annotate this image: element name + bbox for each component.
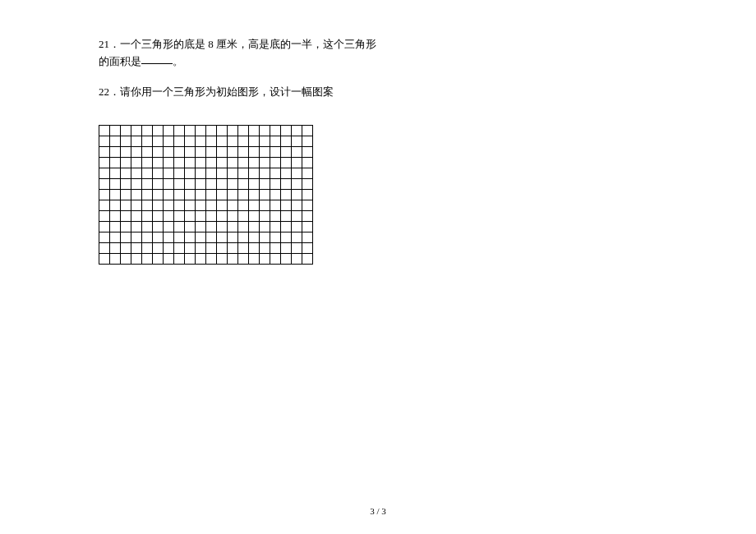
- grid-cell: [302, 222, 313, 232]
- grid-cell: [110, 254, 121, 265]
- grid-cell: [292, 232, 302, 243]
- grid-cell: [249, 200, 260, 211]
- grid-cell: [217, 168, 228, 179]
- grid-cell: [238, 126, 249, 136]
- grid-cell: [174, 222, 185, 232]
- grid-cell: [292, 158, 302, 168]
- grid-cell: [185, 158, 196, 168]
- grid-cell: [228, 243, 238, 254]
- grid-cell: [249, 126, 260, 136]
- grid-cell: [185, 232, 196, 243]
- grid-cell: [121, 136, 131, 147]
- grid-cell: [164, 158, 174, 168]
- grid-cell: [238, 147, 249, 158]
- grid-cell: [110, 179, 121, 190]
- grid-cell: [153, 232, 164, 243]
- grid-cell: [228, 254, 238, 265]
- grid-cell: [260, 254, 270, 265]
- grid-cell: [153, 147, 164, 158]
- grid-cell: [196, 136, 206, 147]
- grid-cell: [206, 168, 217, 179]
- grid-cell: [260, 158, 270, 168]
- grid-cell: [238, 254, 249, 265]
- grid-cell: [228, 232, 238, 243]
- grid-cell: [174, 211, 185, 222]
- grid-cell: [174, 254, 185, 265]
- grid-cell: [270, 254, 281, 265]
- grid-cell: [110, 222, 121, 232]
- grid-cell: [238, 136, 249, 147]
- grid-cell: [153, 211, 164, 222]
- grid-cell: [270, 136, 281, 147]
- grid-cell: [292, 168, 302, 179]
- grid-cell: [228, 126, 238, 136]
- grid-cell: [249, 136, 260, 147]
- grid-cell: [131, 136, 142, 147]
- grid-cell: [249, 179, 260, 190]
- grid-cell: [228, 200, 238, 211]
- grid-cell: [302, 200, 313, 211]
- grid-cell: [281, 211, 292, 222]
- grid-cell: [142, 136, 153, 147]
- grid-cell: [185, 147, 196, 158]
- question-21-text-after: 。: [173, 55, 183, 67]
- grid-cell: [281, 126, 292, 136]
- grid-cell: [153, 254, 164, 265]
- grid-cell: [238, 232, 249, 243]
- grid-cell: [217, 147, 228, 158]
- grid-cell: [174, 200, 185, 211]
- grid-cell: [302, 136, 313, 147]
- grid-cell: [217, 136, 228, 147]
- grid-cell: [131, 158, 142, 168]
- grid-cell: [302, 168, 313, 179]
- grid-cell: [99, 136, 110, 147]
- grid-cell: [174, 158, 185, 168]
- grid-cell: [164, 200, 174, 211]
- grid-cell: [185, 243, 196, 254]
- grid-container: [99, 125, 657, 265]
- grid-cell: [142, 126, 153, 136]
- grid-cell: [249, 254, 260, 265]
- grid-cell: [185, 200, 196, 211]
- grid-cell: [185, 222, 196, 232]
- page-footer: 3 / 3: [0, 506, 756, 516]
- grid-cell: [302, 211, 313, 222]
- grid-cell: [302, 158, 313, 168]
- grid-cell: [131, 168, 142, 179]
- grid-cell: [131, 222, 142, 232]
- grid-cell: [164, 136, 174, 147]
- grid-cell: [153, 222, 164, 232]
- grid-cell: [196, 232, 206, 243]
- grid-cell: [292, 147, 302, 158]
- grid-cell: [196, 200, 206, 211]
- grid-cell: [206, 222, 217, 232]
- grid-cell: [121, 126, 131, 136]
- grid-cell: [249, 147, 260, 158]
- grid-cell: [217, 243, 228, 254]
- grid-cell: [217, 200, 228, 211]
- grid-cell: [142, 222, 153, 232]
- grid-cell: [164, 254, 174, 265]
- grid-cell: [302, 254, 313, 265]
- grid-cell: [153, 158, 164, 168]
- grid-cell: [270, 168, 281, 179]
- grid-cell: [281, 254, 292, 265]
- grid-cell: [174, 168, 185, 179]
- grid-cell: [281, 147, 292, 158]
- grid-cell: [99, 232, 110, 243]
- grid-cell: [249, 222, 260, 232]
- grid-cell: [281, 158, 292, 168]
- grid-cell: [185, 211, 196, 222]
- grid-cell: [260, 147, 270, 158]
- grid-cell: [281, 179, 292, 190]
- grid-cell: [249, 243, 260, 254]
- grid-cell: [206, 200, 217, 211]
- grid-cell: [260, 232, 270, 243]
- grid-cell: [110, 232, 121, 243]
- grid-cell: [164, 179, 174, 190]
- grid-cell: [121, 168, 131, 179]
- grid-cell: [206, 136, 217, 147]
- grid-cell: [270, 158, 281, 168]
- grid-cell: [153, 126, 164, 136]
- grid-cell: [153, 168, 164, 179]
